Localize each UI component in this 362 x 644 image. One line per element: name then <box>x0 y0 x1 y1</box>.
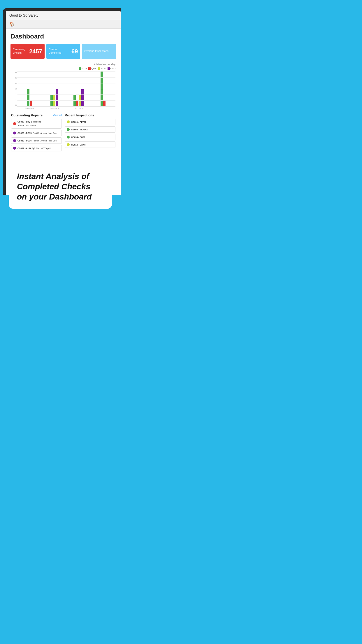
overdue-inspections-label: Overdue Inspections <box>84 50 114 53</box>
recent-inspections-title: Recent Inspections <box>65 113 94 117</box>
bottom-sections: Outstanding Repairs View all CS027 - Bay… <box>10 113 116 153</box>
legend-qrt: QRT <box>88 67 96 70</box>
nav-bar: 🏠 <box>6 20 121 29</box>
speech-bubble: Instant Analysis of Completed Checks on … <box>9 164 112 209</box>
chart-title: Advisories per day <box>11 63 115 66</box>
app-title: Good to Go Safety <box>9 13 38 18</box>
dashboard-title: Dashboard <box>10 33 116 40</box>
y-label-1: 1 <box>12 99 17 101</box>
repair-text-2: CS029 - FG15 Forklift Annual Insp Dec <box>17 132 57 134</box>
legend-gtg: GTG <box>79 67 87 70</box>
date-label-3: 7-11-2018 <box>68 107 91 109</box>
date-label-1: 5-11-2018 <box>18 107 41 109</box>
chart-section: Advisories per day GTG QRT ADV <box>10 63 116 109</box>
checks-completed-label: Checks Completed <box>49 48 70 55</box>
y-label-5: 5 <box>12 77 17 79</box>
repair-dot-3 <box>13 139 16 142</box>
y-label-2: 2 <box>12 93 17 95</box>
checks-completed-value: 69 <box>71 48 78 55</box>
repair-item-1[interactable]: CS027 - Bay 1 Racking Annual Insp March <box>11 119 62 129</box>
outstanding-repairs-header: Outstanding Repairs View all <box>11 113 62 117</box>
legend-ovd: OVD <box>108 67 115 70</box>
y-label-3: 3 <box>12 88 17 90</box>
remaining-checks-card[interactable]: Remaining Checks 2457 <box>10 44 45 59</box>
checks-completed-card[interactable]: Checks Completed 69 <box>46 44 80 59</box>
inspection-dot-1 <box>67 120 70 123</box>
tagline-line2: Completed Checks <box>17 182 90 191</box>
speech-bubble-container: " Instant Analysis of Completed Checks o… <box>9 164 112 209</box>
y-label-0: 0 <box>12 104 17 106</box>
inspection-text-1: CS001 - PLT22 <box>71 121 86 123</box>
inspection-text-3: CS034 - FG01 <box>71 136 85 139</box>
recent-inspections-section: Recent Inspections CS001 - PLT22 CS009 -… <box>65 113 115 153</box>
home-icon[interactable]: 🏠 <box>9 22 14 27</box>
legend-gtg-label: GTG <box>82 67 87 70</box>
y-label-4: 4 <box>12 82 17 84</box>
repair-text-3: CS030 - FG16 Forklift Annual Insp Dec <box>17 139 57 142</box>
repair-item-3[interactable]: CS030 - FG16 Forklift Annual Insp Dec <box>11 137 62 144</box>
repair-dot-2 <box>13 132 16 134</box>
inspection-text-2: CS009 - TIGUAN <box>71 128 88 131</box>
repair-dot-1 <box>13 122 16 125</box>
y-label-6: 6 <box>12 71 17 74</box>
legend-ovd-label: OVD <box>110 67 115 70</box>
inspection-dot-4 <box>67 143 70 146</box>
legend-adv: ADV <box>98 67 106 70</box>
outstanding-repairs-title: Outstanding Repairs <box>11 113 43 117</box>
inspection-item-2[interactable]: CS009 - TIGUAN <box>65 126 115 133</box>
tagline-text: Instant Analysis of Completed Checks on … <box>17 171 104 202</box>
inspection-item-3[interactable]: CS034 - FG01 <box>65 134 115 140</box>
repair-item-2[interactable]: CS029 - FG15 Forklift Annual Insp Dec <box>11 130 62 136</box>
date-label-2: 6-11-2018 <box>43 107 66 109</box>
remaining-checks-value: 2457 <box>29 48 42 55</box>
remaining-checks-label: Remaining Checks <box>13 48 27 55</box>
inspection-item-1[interactable]: CS001 - PLT22 <box>65 119 115 125</box>
legend-qrt-label: QRT <box>91 67 96 70</box>
inspection-item-4[interactable]: CS014 - Bay 5 <box>65 141 115 148</box>
inspection-dot-3 <box>67 136 70 139</box>
outstanding-repairs-section: Outstanding Repairs View all CS027 - Bay… <box>11 113 62 153</box>
legend-adv-label: ADV <box>101 67 106 70</box>
tagline-line3: on your Dashboard <box>17 192 92 201</box>
dashboard-content: Dashboard Remaining Checks 2457 Checks C… <box>6 29 121 157</box>
overdue-inspections-card[interactable]: Overdue Inspections <box>82 44 116 59</box>
chart-legend: GTG QRT ADV OVD <box>11 67 115 70</box>
recent-inspections-header: Recent Inspections <box>65 113 115 117</box>
view-all-link[interactable]: View all <box>53 114 62 117</box>
stats-row: Remaining Checks 2457 Checks Completed 6… <box>10 44 116 59</box>
inspection-dot-2 <box>67 128 70 131</box>
inspection-text-4: CS014 - Bay 5 <box>71 144 86 146</box>
tagline-line1: Instant Analysis of <box>17 172 89 181</box>
date-label-4 <box>92 107 115 109</box>
repair-text-1: CS027 - Bay 1 Racking Annual Insp March <box>17 120 60 127</box>
app-bar: Good to Go Safety <box>6 11 121 20</box>
